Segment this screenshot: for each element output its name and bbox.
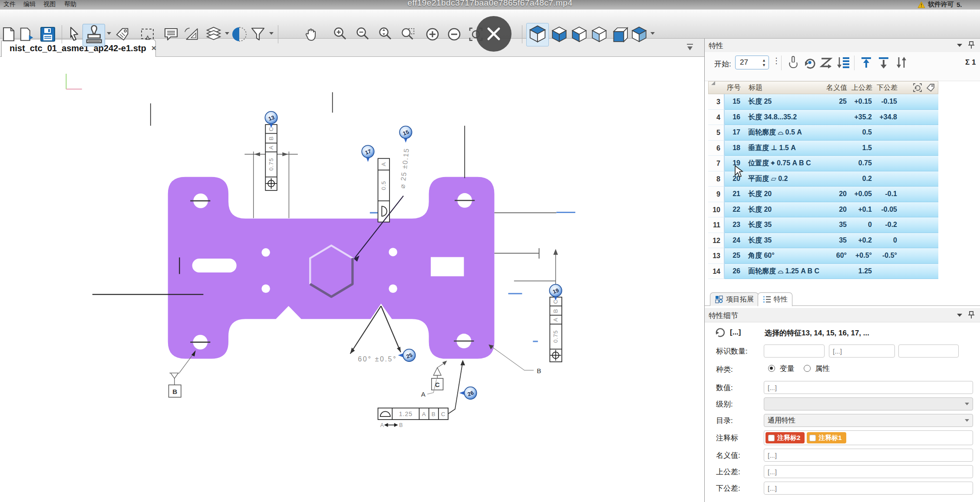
col-lower[interactable]: 下公差 [872,83,898,92]
row-index[interactable]: 7 [708,156,725,171]
level-select[interactable] [764,397,973,410]
balloon-26[interactable]: 26 [459,387,477,399]
part-body[interactable] [168,177,495,359]
table-row[interactable]: 1426面轮廓度 ⌓ 1.25 A B C1.25 [708,264,938,279]
row-index[interactable]: 11 [708,217,725,233]
pin-icon[interactable] [967,311,975,319]
row-index[interactable]: 8 [708,171,725,187]
nominal-input[interactable] [764,449,973,462]
checkbox[interactable] [809,435,816,441]
annotation-field[interactable]: 注释标2 注释标1 [764,430,973,445]
tab-close-button[interactable]: × [152,43,156,53]
tab-properties[interactable]: 特性 [758,292,792,306]
view-bottom-button[interactable] [550,26,569,42]
datum-b-right[interactable]: B [488,345,541,374]
spin-down-icon[interactable]: ▼ [762,63,766,67]
fcf-position-19[interactable]: C B A 0.75 [514,249,562,362]
swap-vertical-icon[interactable] [894,56,909,69]
collapse-panel-icon[interactable] [957,44,962,47]
table-header[interactable]: 序号 标题 名义值 上公差 下公差 [708,81,938,94]
row-index[interactable]: 5 [708,125,725,141]
tab-project-extension[interactable]: 项目拓展 [710,292,759,306]
balloon-15[interactable]: 15 [399,126,412,143]
panel-collapse-icon[interactable] [685,43,695,52]
tag-column-icon[interactable] [926,83,935,92]
upper-tol-input[interactable] [764,465,973,478]
marquee-select-button[interactable] [140,26,155,42]
checkbox[interactable] [768,435,775,441]
stamp-dropdown[interactable] [107,32,111,35]
col-upper[interactable]: 上公差 [847,83,872,92]
drawing-canvas[interactable]: C B A 0.75 A 0.5 ⌀ 25 ±0.15 60° ±0.5° [0,56,704,502]
comment-button[interactable] [163,26,179,42]
row-index[interactable]: 12 [708,233,725,249]
measure-button[interactable] [184,26,200,42]
layers-button[interactable] [206,26,221,42]
value-input[interactable] [764,381,973,394]
table-row[interactable]: 517面轮廓度 ⌓ 0.5 A0.5 [708,125,938,141]
overlay-close-button[interactable] [476,16,511,52]
section-button[interactable] [232,26,247,42]
views-dropdown[interactable] [650,32,655,35]
table-row[interactable]: 315长度 2525+0.15-0.15 [708,94,938,110]
sort-list-icon[interactable] [836,56,851,69]
row-index[interactable]: 9 [708,187,725,202]
spin-up-icon[interactable]: ▲ [762,59,766,62]
col-seq[interactable]: 序号 [725,83,745,92]
select-button[interactable] [66,26,82,42]
zoom-region-button[interactable] [400,26,416,42]
view-iso-active[interactable] [526,23,549,46]
balloon-17[interactable]: 17 [362,145,374,162]
row-index[interactable]: 14 [708,264,725,279]
zoom-in-button[interactable] [333,26,348,42]
annotation-badge-2[interactable]: 注释标2 [766,432,805,443]
new-doc-button[interactable] [1,26,16,42]
collapse-details-icon[interactable] [957,314,962,317]
fcf-position-13[interactable]: C B A 0.75 [244,125,297,218]
row-index[interactable]: 4 [708,110,725,125]
point-select-icon[interactable] [786,56,800,69]
license-warning[interactable]: 软件许可 5. [917,0,962,9]
lower-tol-input[interactable] [764,482,973,495]
layers-dropdown[interactable] [225,32,229,35]
view-back-button[interactable] [630,26,649,42]
open-doc-button[interactable] [19,26,35,42]
id-count-input-2[interactable] [829,345,895,358]
col-nominal[interactable]: 名义值 [823,83,847,92]
col-title[interactable]: 标题 [745,83,823,92]
move-top-icon[interactable] [859,56,873,69]
move-bottom-icon[interactable] [877,56,891,69]
increase-button[interactable] [425,26,440,42]
pin-icon[interactable] [967,41,975,49]
table-row[interactable]: 1325角度 60°60°+0.5°-0.5° [708,248,938,264]
zoom-out-button[interactable] [355,26,371,42]
filter-dropdown[interactable] [269,32,274,35]
fcf-profile-17[interactable]: A 0.5 [378,158,389,222]
table-row[interactable]: 1022长度 2020+0.1-0.05 [708,202,938,218]
refresh-selection-icon[interactable] [913,83,922,92]
radio-attribute[interactable]: 属性 [804,364,830,374]
row-index[interactable]: 3 [708,94,725,110]
zigzag-icon[interactable] [819,56,833,69]
save-button[interactable] [40,26,56,42]
more-options-icon[interactable]: ⋮ [772,56,780,66]
view-left-button[interactable] [570,26,589,42]
row-index[interactable]: 6 [708,141,725,156]
id-count-input-3[interactable] [898,345,959,358]
table-row[interactable]: 1224长度 3535+0.20 [708,233,938,249]
id-count-input-1[interactable] [764,345,825,358]
view-front-button[interactable] [610,26,629,42]
stamp-tool-active[interactable] [82,24,105,46]
view-right-button[interactable] [590,26,609,42]
catalog-select[interactable]: 通用特性 [764,414,973,427]
annotation-badge-1[interactable]: 注释标1 [807,432,846,443]
table-row[interactable]: 618垂直度 ⊥ 1.5 A1.5 [708,141,938,156]
pan-button[interactable] [304,26,320,42]
row-index[interactable]: 13 [708,248,725,264]
radio-variable[interactable]: 变量 [768,364,794,374]
datum-c[interactable]: C [432,361,447,390]
start-spinner[interactable]: 27 ▲ ▼ [735,56,769,69]
table-row[interactable]: 1123长度 35350-0.2 [708,217,938,233]
zoom-fit-button[interactable] [378,26,393,42]
refresh-icon[interactable] [803,56,817,69]
